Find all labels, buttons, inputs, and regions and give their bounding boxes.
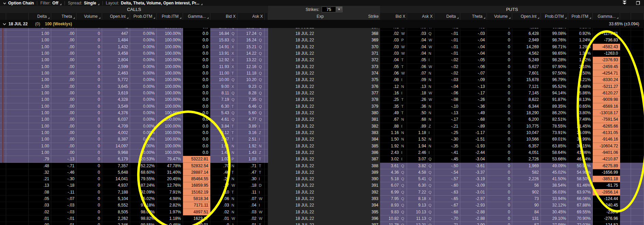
call-oi-cell[interactable]: 447 (102, 30, 130, 37)
call-otm-cell[interactable]: 0.00% (130, 77, 157, 83)
call-delta-cell[interactable]: 1.00 (29, 30, 51, 37)
call-theta-cell[interactable]: .00 (51, 116, 76, 123)
call-bid-quote-cell[interactable]: 1.91N (210, 143, 237, 149)
call-theta-cell[interactable]: .00 (51, 37, 76, 43)
put-theta-cell[interactable]: -2.93 (460, 202, 487, 209)
call-theta-cell[interactable]: .00 (51, 143, 76, 149)
call-otm-cell[interactable]: 0.00% (130, 96, 157, 103)
put-ask-quote-cell[interactable]: .03W (407, 28, 434, 30)
strike-cell[interactable]: 371 (341, 50, 380, 57)
call-gamma-cell[interactable]: 5818.34 (183, 196, 210, 202)
put-otm-cell[interactable]: 99.08% (541, 30, 568, 37)
row-expander-cell[interactable] (0, 182, 6, 189)
chevron-down-icon[interactable]: ▼ (336, 6, 342, 12)
col-header-put-theta[interactable]: Theta (460, 13, 487, 20)
put-itm-cell[interactable]: 3.21% (568, 77, 593, 83)
call-oi-cell[interactable]: 4,376 (102, 110, 130, 116)
call-delta-cell[interactable]: 1.00 (29, 37, 51, 43)
call-itm-cell[interactable]: 7.91% (157, 189, 183, 196)
put-ask-quote-cell[interactable]: .18W (407, 90, 434, 96)
call-vol-cell[interactable]: 0 (76, 163, 102, 169)
call-bid-quote-cell[interactable]: .29N (210, 176, 237, 182)
call-theta-cell[interactable]: -.07 (51, 196, 76, 202)
put-itm-cell[interactable]: 2.50% (568, 70, 593, 77)
col-header-put-oi[interactable]: Open.Int (512, 13, 541, 20)
call-gamma-cell[interactable]: 0.0 (183, 143, 210, 149)
call-bid-quote-cell[interactable]: 17.84Q (210, 28, 237, 30)
strike-cell[interactable]: 394 (341, 202, 380, 209)
put-theta-cell[interactable]: -.04 (460, 44, 487, 50)
put-gamma-cell[interactable]: -1656.99 (593, 169, 620, 176)
put-vol-cell[interactable]: 0 (487, 176, 512, 182)
put-theta-cell[interactable]: -1.93 (460, 143, 487, 149)
call-oi-cell[interactable]: 1,432 (102, 44, 130, 50)
put-theta-cell[interactable]: -.17 (460, 90, 487, 96)
call-gamma-cell[interactable]: 0.0 (183, 90, 210, 96)
row-expander-cell[interactable] (0, 169, 6, 176)
row-expander-cell[interactable] (0, 222, 6, 225)
call-delta-cell[interactable]: 1.00 (29, 50, 51, 57)
call-delta-cell[interactable]: .21 (29, 176, 51, 182)
put-ask-quote-cell[interactable]: 5.41Q (407, 176, 434, 182)
put-itm-cell[interactable]: 26.09% (568, 130, 593, 136)
call-gamma-cell[interactable]: 16859.95 (183, 182, 210, 189)
call-vol-cell[interactable]: 0 (76, 50, 102, 57)
call-bid-quote-cell[interactable]: 2.47T (210, 136, 237, 143)
put-vol-cell[interactable]: 0 (487, 44, 512, 50)
put-itm-cell[interactable]: 63.97% (568, 189, 593, 196)
put-otm-cell[interactable]: 32.12% (541, 202, 568, 209)
put-delta-cell[interactable]: -.02 (434, 70, 460, 77)
call-ask-quote-cell[interactable]: .18D (237, 182, 265, 189)
put-delta-cell[interactable]: -.10 (434, 103, 460, 110)
call-bid-quote-cell[interactable]: 1.42N (210, 149, 237, 156)
call-bid-quote-cell[interactable]: .02N (210, 209, 237, 215)
put-delta-cell[interactable]: -.01 (434, 30, 460, 37)
put-vol-cell[interactable]: 0 (487, 136, 512, 143)
call-vol-cell[interactable]: 0 (76, 28, 102, 30)
call-vol-cell[interactable]: 0 (76, 96, 102, 103)
call-delta-cell[interactable]: 1.00 (29, 130, 51, 136)
put-bid-quote-cell[interactable]: .03W (380, 44, 407, 50)
call-gamma-cell[interactable]: 52832.54 (183, 163, 210, 169)
call-theta-cell[interactable]: -.18 (51, 182, 76, 189)
put-oi-cell[interactable]: 5,249 (512, 57, 541, 63)
call-vol-cell[interactable]: 0 (76, 189, 102, 196)
put-ask-quote-cell[interactable]: .03Q (407, 30, 434, 37)
put-vol-cell[interactable]: 0 (487, 28, 512, 30)
call-gamma-cell[interactable]: 0.0 (183, 136, 210, 143)
put-itm-cell[interactable]: 30.99% (568, 136, 593, 143)
call-delta-cell[interactable]: 1.00 (29, 77, 51, 83)
put-bid-quote-cell[interactable]: 8.93Q (380, 202, 407, 209)
call-itm-cell[interactable]: 100.00% (157, 110, 183, 116)
put-vol-cell[interactable]: 0 (487, 189, 512, 196)
put-oi-cell[interactable]: 7,121 (512, 83, 541, 90)
put-oi-cell[interactable]: 4,313 (512, 28, 541, 30)
call-itm-cell[interactable]: 100.00% (157, 136, 183, 143)
call-delta-cell[interactable]: .08 (29, 189, 51, 196)
put-ask-quote-cell[interactable]: 11.13Q (407, 215, 434, 222)
put-otm-cell[interactable]: 30.45% (541, 209, 568, 215)
call-gamma-cell[interactable]: 0.0 (183, 30, 210, 37)
put-gamma-cell[interactable]: -2459.45 (593, 64, 620, 70)
call-bid-quote-cell[interactable]: 11.93X (210, 64, 237, 70)
put-oi-cell[interactable]: 10,566 (512, 136, 541, 143)
detach-window-icon[interactable] (636, 1, 640, 5)
call-oi-cell[interactable]: 5,104 (102, 196, 130, 202)
put-vol-cell[interactable]: 0 (487, 182, 512, 189)
put-itm-cell[interactable]: 50.91% (568, 163, 593, 169)
call-bid-quote-cell[interactable]: .01W (210, 215, 237, 222)
put-gamma-cell[interactable]: -8330.24 (593, 77, 620, 83)
call-itm-cell[interactable]: 12.76% (157, 182, 183, 189)
call-ask-quote-cell[interactable]: .47T (237, 169, 265, 176)
put-gamma-cell[interactable]: -124.52 (593, 222, 620, 225)
call-gamma-cell[interactable]: 470.01 (183, 222, 210, 225)
put-oi-cell[interactable]: 6,428 (512, 30, 541, 37)
call-ask-quote-cell[interactable]: 12.16Q (237, 64, 265, 70)
put-oi-cell[interactable]: 6,344 (512, 103, 541, 110)
col-header-put-otm[interactable]: Prob.OTM (541, 13, 568, 20)
put-theta-cell[interactable]: -3.61 (460, 163, 487, 169)
put-oi-cell[interactable]: 7,145 (512, 90, 541, 96)
put-delta-cell[interactable]: -.54 (434, 169, 460, 176)
call-gamma-cell[interactable]: 0.0 (183, 110, 210, 116)
strike-cell[interactable]: 379 (341, 103, 380, 110)
